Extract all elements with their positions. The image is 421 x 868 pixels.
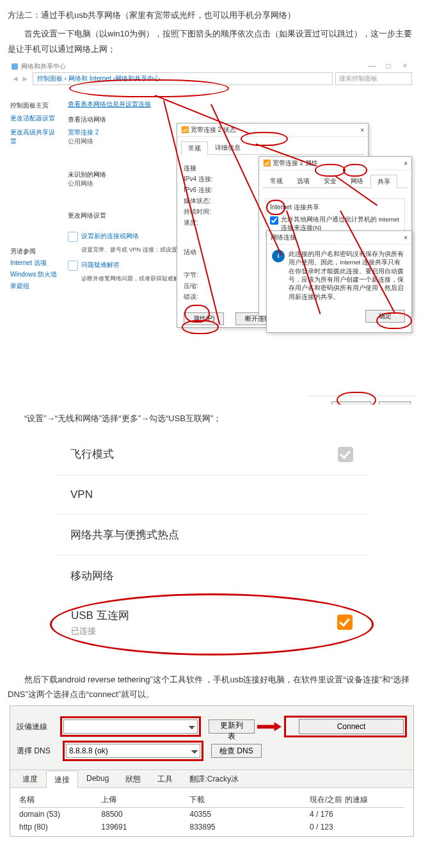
tab-prop-options[interactable]: 选项	[290, 174, 317, 188]
address-bar[interactable]: 控制面板 › 网络和 Internet › 网络和共享中心	[33, 72, 333, 85]
th-sessions: 現在/之前 的連線	[310, 794, 404, 805]
label-dns: 選擇 DNS	[17, 746, 63, 757]
left-nav: 控制面板主页 更改适配器设置 更改高级共享设置	[8, 96, 61, 262]
paragraph-3: 然后下载android reverse tethering”这个工具软件 ，手机…	[8, 672, 416, 702]
close-icon[interactable]: ×	[404, 160, 408, 167]
dns-select[interactable]: 8.8.8.8 (ok)	[66, 744, 200, 758]
nav-advanced-sharing[interactable]: 更改高级共享设置	[10, 128, 59, 146]
link-view-basic[interactable]: 查看基本网络信息并设置连接	[68, 100, 409, 109]
tab-prop-security[interactable]: 安全	[317, 174, 344, 188]
properties-dialog-buttons: 确定 取消	[307, 396, 416, 405]
check-dns-button[interactable]: 檢查 DNS	[211, 744, 262, 758]
tool-tabs: 速度 連接 Debug 狀態 工具 翻譯:Cracky冰	[10, 770, 413, 788]
prop-ok-button[interactable]: 确定	[331, 401, 371, 405]
th-upload: 上傳	[101, 794, 189, 805]
nav-adapter[interactable]: 更改适配器设置	[10, 114, 59, 123]
wizard-icon	[68, 232, 78, 242]
explorer-window: 网络和共享中心 —□× ◄ ► 控制面板 › 网络和 Internet › 网络…	[8, 60, 416, 96]
label-device: 設備連線	[17, 721, 60, 732]
window-title: 网络和共享中心	[21, 62, 66, 71]
toggle-off-icon[interactable]	[338, 447, 353, 462]
window-controls[interactable]: —□×	[363, 61, 413, 70]
tab-connections[interactable]: 連接	[46, 771, 78, 788]
tab-tools[interactable]: 工具	[149, 770, 181, 787]
tab-general[interactable]: 常规	[181, 141, 208, 155]
table-row: http (80) 139691 833895 0 / 123	[19, 821, 404, 833]
tab-details[interactable]: 详细信息	[208, 141, 248, 154]
breadcrumb-last: 网络和共享中心	[115, 74, 160, 83]
dialog-network-message: 网络连接× i 此连接的用户名和密码没有保存为供所有用户使用。因此，Intern…	[266, 230, 412, 333]
troubleshoot-icon	[68, 261, 78, 271]
th-download: 下載	[189, 794, 310, 805]
tab-debug[interactable]: Debug	[78, 770, 117, 787]
phone-airplane-mode[interactable]: 飞行模式	[55, 434, 369, 476]
table-row: domain (53) 88500 40355 4 / 176	[19, 808, 404, 821]
close-icon[interactable]: ×	[360, 127, 364, 134]
conn2-net: 公用网络	[68, 179, 106, 188]
paragraph-2: “设置”→“无线和网络”选择“更多”→勾选“USB互联网”；	[8, 411, 416, 426]
prop-cancel-button[interactable]: 取消	[379, 401, 411, 405]
phone-settings-screenshot: 飞行模式 VPN 网络共享与便携式热点 移动网络 USB 互连网 已连接	[55, 434, 369, 655]
phone-hotspot[interactable]: 网络共享与便携式热点	[55, 515, 369, 556]
reverse-tethering-screenshot: 設備連線 更新列表 Connect 選擇 DNS 8.8.8.8 (ok) 檢查…	[10, 705, 414, 837]
method-title: 方法二：通过手机usb共享网络（家里有宽带或光纤，也可以用手机分享网络）	[8, 8, 416, 22]
nav-back-icon[interactable]: ◄ ►	[12, 74, 29, 83]
paragraph-1: 首先设置一下电脑（以win10为例），按照下图箭头的顺序依次点击（如果设置过可以…	[8, 26, 416, 56]
windows-network-screenshot: 网络和共享中心 —□× ◄ ► 控制面板 › 网络和 Internet › 网络…	[8, 60, 416, 405]
properties-button[interactable]: 属性(P)	[184, 312, 224, 325]
phone-mobile-network[interactable]: 移动网络	[55, 556, 369, 596]
nav-home[interactable]: 控制面板主页	[10, 101, 59, 110]
conn2-name: 未识别的网络	[68, 170, 106, 179]
message-body: 此连接的用户名和密码没有保存为供所有用户使用。因此，Internet 连接共享只…	[289, 250, 406, 301]
red-highlight-ring: USB 互连网 已连接	[50, 593, 374, 655]
info-icon: i	[272, 250, 285, 262]
th-name: 名稱	[19, 794, 101, 805]
conn1-net: 公用网络	[68, 137, 99, 146]
msg-ok-button[interactable]: 确定	[365, 310, 405, 323]
seealso-homegroup[interactable]: 家庭组	[10, 282, 57, 291]
connect-button[interactable]: Connect	[299, 719, 404, 734]
conn1-name[interactable]: 宽带连接 2	[68, 128, 99, 137]
tab-prop-general[interactable]: 常规	[263, 174, 290, 188]
seealso-internet-options[interactable]: Internet 选项	[10, 259, 57, 268]
search-input[interactable]: 搜索控制面板	[335, 72, 412, 85]
tab-translate[interactable]: 翻譯:Cracky冰	[181, 770, 247, 787]
see-also: 另请参阅 Internet 选项 Windows 防火墙 家庭组	[10, 245, 57, 293]
phone-usb-internet[interactable]: USB 互连网 已连接	[71, 604, 353, 641]
phone-vpn[interactable]: VPN	[55, 476, 369, 515]
refresh-button[interactable]: 更新列表	[209, 719, 255, 734]
checkbox-on-icon[interactable]	[337, 615, 353, 630]
red-arrow-icon	[257, 722, 282, 731]
device-select[interactable]	[63, 719, 198, 734]
tab-prop-network[interactable]: 网络	[344, 174, 370, 188]
tab-status[interactable]: 狀態	[117, 770, 149, 787]
tab-speed[interactable]: 速度	[14, 770, 46, 787]
tab-prop-sharing[interactable]: 共享	[370, 175, 397, 188]
seealso-firewall[interactable]: Windows 防火墙	[10, 270, 57, 279]
close-icon[interactable]: ×	[404, 234, 408, 241]
connections-table: 名稱 上傳 下載 現在/之前 的連線 domain (53) 88500 403…	[10, 788, 413, 836]
